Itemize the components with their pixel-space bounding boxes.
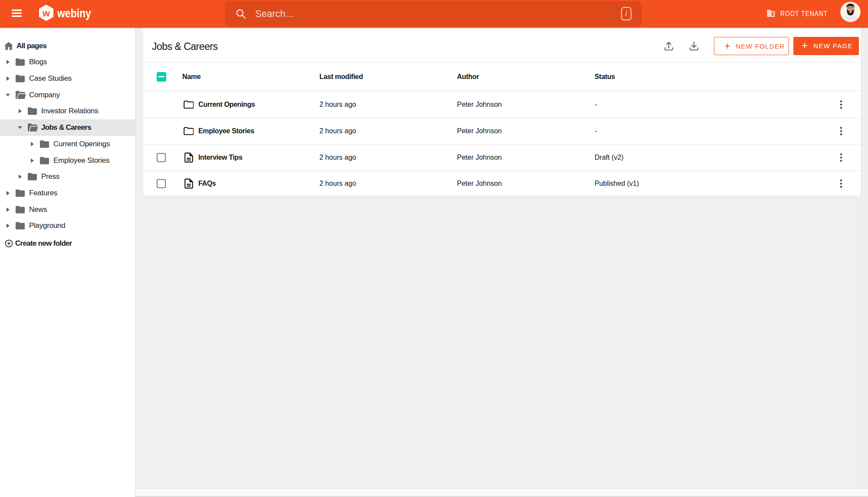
svg-text:w: w [42,8,50,19]
